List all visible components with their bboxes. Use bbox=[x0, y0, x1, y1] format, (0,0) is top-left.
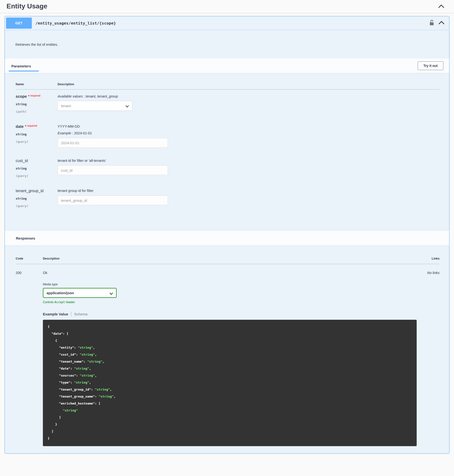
media-type-select[interactable]: application/json bbox=[43, 288, 117, 298]
param-type: string bbox=[16, 102, 58, 106]
scope-select[interactable]: tenant bbox=[58, 101, 132, 111]
date-input[interactable] bbox=[58, 138, 168, 148]
param-name-date: date*required bbox=[16, 125, 58, 129]
controls-accept-header-note: Controls Accept header. bbox=[43, 300, 417, 304]
responses-col-links: Links bbox=[417, 257, 439, 260]
required-label: required bbox=[30, 94, 40, 97]
operation-description: Retrieves the list of entities. bbox=[15, 43, 443, 46]
required-label: required bbox=[27, 124, 37, 127]
param-name-scope: scope*required bbox=[16, 94, 58, 99]
parameters-table: Name Description scope*required string (… bbox=[5, 73, 449, 231]
parameters-header-row: Name Description bbox=[16, 82, 439, 89]
param-location: (query) bbox=[16, 174, 58, 178]
cust-id-input[interactable] bbox=[58, 165, 168, 175]
example-code: { "data": [ { "entity": "string", "cust_… bbox=[43, 320, 417, 446]
swagger-page: Entity Usage GET /entity_usages/entity_l… bbox=[0, 0, 454, 454]
responses-col-code: Code bbox=[16, 257, 43, 260]
endpoint-path: /entity_usages/entity_list/{scope} bbox=[35, 21, 116, 26]
param-available-values: Available values : tenant, tenant_group bbox=[58, 94, 439, 98]
response-links: No links bbox=[417, 271, 439, 446]
param-name-tenant-group-id: tenant_group_id bbox=[16, 189, 58, 193]
param-row-date: date*required string (query) YYYY-MM-DD … bbox=[16, 120, 439, 154]
param-location: (query) bbox=[16, 140, 58, 143]
param-example: Example : 2024-01-01 bbox=[58, 131, 439, 135]
required-asterisk: * bbox=[25, 125, 26, 129]
param-location: (path) bbox=[16, 110, 58, 113]
example-schema-tabs: Example Value Schema bbox=[43, 312, 417, 316]
param-description: YYYY-MM-DD bbox=[58, 125, 439, 128]
param-type: string bbox=[16, 167, 58, 170]
required-asterisk: * bbox=[28, 94, 29, 98]
tag-section-header[interactable]: Entity Usage bbox=[0, 0, 454, 13]
auth-unlock-icon[interactable] bbox=[429, 19, 434, 27]
media-type-select-control[interactable]: application/json bbox=[43, 289, 116, 297]
scope-select-control[interactable]: tenant bbox=[58, 101, 132, 111]
param-description: tenant id for filter or 'all-tenants' bbox=[58, 159, 439, 163]
get-method-badge: GET bbox=[6, 18, 32, 29]
param-name-cust-id: cust_id bbox=[16, 159, 58, 163]
parameters-col-name: Name bbox=[16, 82, 58, 86]
param-type: string bbox=[16, 132, 58, 136]
param-type: string bbox=[16, 197, 58, 200]
tenant-group-id-input[interactable] bbox=[58, 195, 168, 205]
media-type-label: Media type bbox=[43, 283, 417, 286]
responses-col-description: Description bbox=[43, 257, 417, 260]
responses-table: Code Description Links 200 Ok Media type… bbox=[5, 245, 449, 453]
get-operation-block: GET /entity_usages/entity_list/{scope} R… bbox=[5, 16, 449, 454]
operation-collapse-chevron-up-icon[interactable] bbox=[438, 21, 445, 26]
operation-summary-row[interactable]: GET /entity_usages/entity_list/{scope} bbox=[5, 16, 449, 30]
response-description: Ok bbox=[43, 271, 417, 275]
tag-title: Entity Usage bbox=[7, 2, 47, 10]
parameters-col-description: Description bbox=[58, 82, 439, 86]
responses-header-row: Code Description Links bbox=[16, 257, 439, 264]
param-description: tenant group id for filter bbox=[58, 189, 439, 193]
tab-schema[interactable]: Schema bbox=[74, 312, 87, 316]
operation-description-wrapper: Retrieves the list of entities. bbox=[5, 30, 449, 59]
param-row-tenant-group-id: tenant_group_id string (query) tenant gr… bbox=[16, 184, 439, 214]
response-code: 200 bbox=[16, 271, 43, 446]
tab-separator bbox=[71, 312, 71, 316]
response-row-200: 200 Ok Media type application/json Contr… bbox=[16, 264, 439, 446]
tab-parameters: Parameters bbox=[9, 60, 39, 72]
responses-section-header: Responses bbox=[5, 231, 449, 245]
param-row-cust-id: cust_id string (query) tenant id for fil… bbox=[16, 154, 439, 184]
tab-example-value[interactable]: Example Value bbox=[43, 312, 68, 316]
try-it-out-button[interactable]: Try it out bbox=[418, 61, 443, 70]
parameters-section-header: Parameters Try it out bbox=[5, 59, 449, 73]
responses-title: Responses bbox=[5, 231, 35, 245]
param-row-scope: scope*required string (path) Available v… bbox=[16, 89, 439, 120]
tag-collapse-chevron-up-icon[interactable] bbox=[438, 5, 444, 8]
param-location: (query) bbox=[16, 204, 58, 208]
